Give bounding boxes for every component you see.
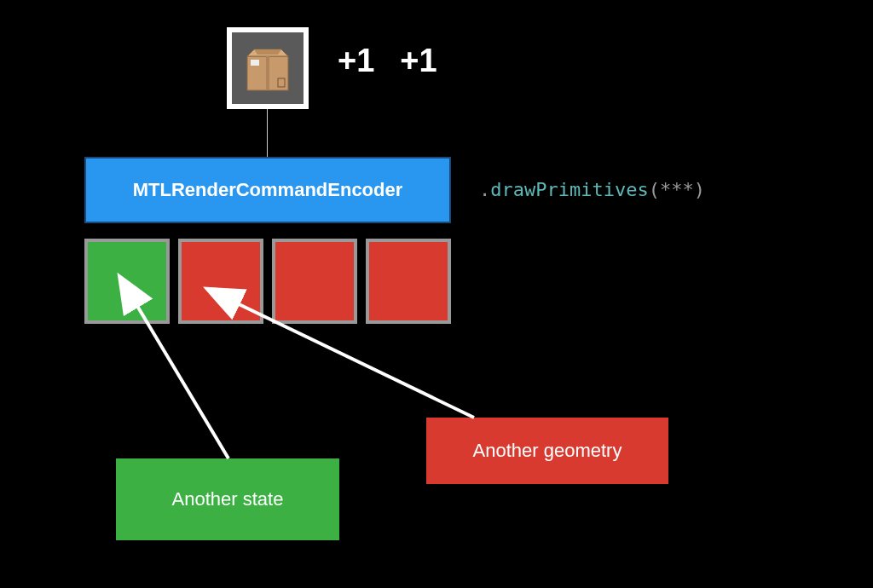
svg-rect-3 (266, 56, 269, 90)
another-state-label: Another state (172, 488, 284, 510)
another-state-label-box: Another state (116, 458, 339, 540)
command-cell-geometry (178, 239, 263, 324)
command-cell-geometry (272, 239, 357, 324)
increment-labels: +1 +1 (338, 43, 437, 79)
another-geometry-label-box: Another geometry (426, 418, 668, 484)
svg-marker-2 (254, 49, 281, 55)
arrow-state (135, 302, 228, 458)
command-cell-geometry (366, 239, 451, 324)
connector-line (267, 109, 268, 157)
command-cell-state (84, 239, 170, 324)
another-geometry-label: Another geometry (473, 440, 622, 462)
command-cells-row (84, 239, 451, 324)
package-icon-container (227, 27, 309, 109)
method-call-text: .drawPrimitives(***) (479, 179, 705, 200)
package-box-icon (240, 41, 295, 95)
package-icon-bg (232, 32, 304, 104)
encoder-label: MTLRenderCommandEncoder (133, 179, 403, 201)
method-prefix: . (479, 179, 490, 200)
method-name: drawPrimitives (490, 179, 648, 200)
plus-one-label: +1 (338, 43, 374, 79)
render-command-encoder-box: MTLRenderCommandEncoder (84, 157, 451, 223)
svg-rect-4 (251, 60, 259, 66)
method-args: (***) (649, 179, 705, 200)
plus-one-label: +1 (400, 43, 436, 79)
